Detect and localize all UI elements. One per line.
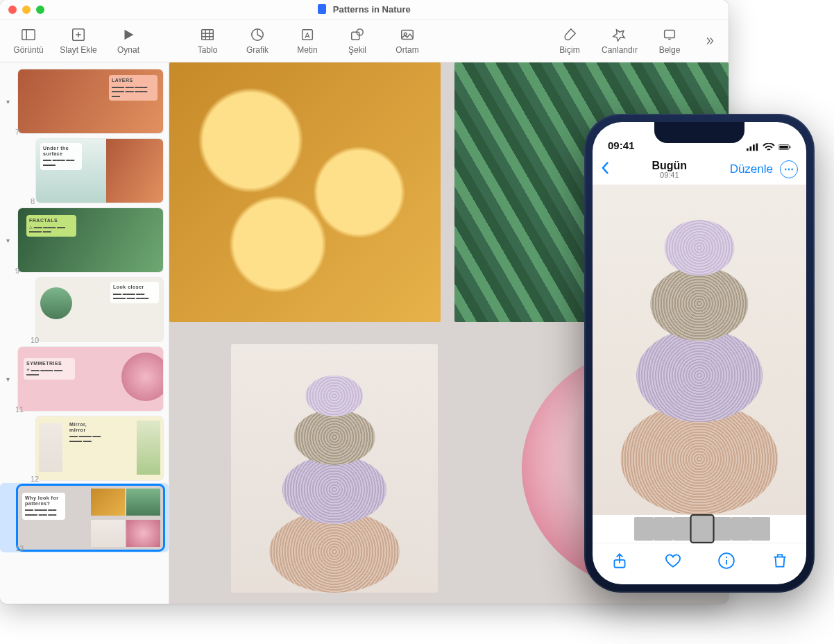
document-button[interactable]: Belge [651,27,688,55]
zoom-icon[interactable] [36,6,44,14]
slide-thumb-9[interactable]: ▾ FRACTALS△ ▬▬ ▬▬▬ ▬▬ ▬▬▬ ▬▬ 9 [0,205,169,275]
overflow-button[interactable] [701,35,719,47]
thumbnail: Under the surface▬▬ ▬▬▬ ▬▬ ▬▬▬ [36,139,163,203]
slide-thumb-8[interactable]: Under the surface▬▬ ▬▬▬ ▬▬ ▬▬▬ 8 [0,136,169,205]
image-honeycomb[interactable] [169,62,441,322]
document-label: Belge [659,45,681,55]
text-icon: A [300,27,315,42]
disclosure-icon[interactable]: ▾ [3,375,12,383]
add-slide-button[interactable]: Slayt Ekle [60,27,97,55]
window-title: Patterns in Nature [0,4,729,15]
chart-button[interactable]: Grafik [239,27,276,55]
window-title-text: Patterns in Nature [333,4,411,15]
filmstrip-thumb[interactable] [731,517,751,541]
svg-marker-5 [125,29,134,40]
slide-thumb-13[interactable]: ▾ Why look for patterns?▬▬ ▬▬▬ ▬▬ ▬▬▬ ▬▬… [0,483,169,552]
wifi-icon [763,143,775,151]
svg-rect-0 [22,29,35,40]
filmstrip-thumb[interactable] [654,517,673,541]
favorite-button[interactable] [664,552,682,573]
chevrons-right-icon [704,35,716,47]
slide-thumb-10[interactable]: Look closer▬▬ ▬▬▬ ▬▬ ▬▬▬ ▬▬ ▬▬▬ 10 [0,275,169,344]
close-icon[interactable] [8,6,17,14]
thumb-title: LAYERS [112,78,155,83]
thumbnail: LAYERS▬▬▬ ▬▬ ▬▬▬ ▬▬▬ ▬▬ ▬▬▬ ▬▬ [18,69,163,133]
media-button[interactable]: Ortam [389,27,426,55]
filmstrip-thumb[interactable] [634,517,654,541]
titlebar: Patterns in Nature [0,0,729,19]
photo-viewer[interactable] [593,185,806,515]
info-button[interactable] [717,552,735,573]
thumb-title: Look closer [113,285,156,290]
chevron-left-icon [601,161,609,175]
animate-label: Canlandır [602,45,638,55]
photos-toolbar [593,543,806,580]
play-label: Oynat [117,45,139,55]
play-icon [121,27,136,42]
format-label: Biçim [559,45,579,55]
traffic-lights [8,6,44,14]
svg-rect-18 [665,30,675,37]
slide-number: 7 [15,128,19,136]
shape-label: Şekil [348,45,366,55]
slide-thumb-11[interactable]: ▾ SYMMETRIES✳ ▬▬ ▬▬▬ ▬▬ ▬▬▬ 11 [0,344,169,414]
share-icon [611,552,629,570]
info-icon [717,552,735,570]
shape-icon [350,27,365,42]
svg-rect-22 [753,144,755,151]
document-icon [318,4,326,14]
shape-button[interactable]: Şekil [339,27,376,55]
back-button[interactable] [601,161,609,178]
toolbar: Görüntü Slayt Ekle Oynat Tablo Grafik A … [0,19,729,62]
thumbnail: Look closer▬▬ ▬▬▬ ▬▬ ▬▬▬ ▬▬ ▬▬▬ [36,278,163,341]
image-urchins[interactable] [231,344,438,593]
thumb-title: Mirror, mirror [69,422,104,432]
table-button[interactable]: Tablo [189,27,226,55]
svg-point-30 [725,557,726,558]
disclosure-icon[interactable]: ▾ [3,98,12,105]
media-label: Ortam [395,45,418,55]
photo-filmstrip[interactable] [593,515,806,543]
plus-square-icon [71,27,86,42]
iphone-device: 09:41 Bugün 09:41 Düzenle ⋯ [584,114,815,593]
thumbnail: FRACTALS△ ▬▬ ▬▬▬ ▬▬ ▬▬▬ ▬▬ [18,208,163,272]
edit-button[interactable]: Düzenle [730,162,773,176]
minimize-icon[interactable] [22,6,31,14]
slide-number: 9 [15,266,19,275]
filmstrip-thumb[interactable] [751,517,770,541]
thumb-title: SYMMETRIES [26,361,72,366]
svg-rect-20 [747,149,749,151]
format-button[interactable]: Biçim [551,27,588,55]
slide-thumb-7[interactable]: ▾ LAYERS▬▬▬ ▬▬ ▬▬▬ ▬▬▬ ▬▬ ▬▬▬ ▬▬ 7 [0,67,169,136]
filmstrip-thumb-selected[interactable] [692,516,713,541]
photos-nav: Bugün 09:41 Düzenle ⋯ [593,154,806,185]
filmstrip-thumb[interactable] [673,517,692,541]
thumbnail: SYMMETRIES✳ ▬▬ ▬▬▬ ▬▬ ▬▬▬ [18,347,163,411]
sidebar-icon [21,27,36,42]
svg-rect-6 [202,29,214,40]
add-slide-label: Slayt Ekle [60,45,96,55]
slide-number: 10 [31,336,39,344]
chart-label: Grafik [246,45,269,55]
delete-button[interactable] [771,552,789,573]
disclosure-icon[interactable]: ▾ [3,237,12,244]
view-button[interactable]: Görüntü [10,27,47,55]
slide-thumb-12[interactable]: Mirror, mirror▬▬ ▬▬▬ ▬▬ ▬▬▬ ▬▬ 12 [0,414,169,483]
iphone-screen: 09:41 Bugün 09:41 Düzenle ⋯ [593,122,806,584]
thumb-title: Why look for patterns? [25,495,62,506]
svg-rect-21 [750,146,752,151]
filmstrip-thumb[interactable] [712,517,731,541]
play-button[interactable]: Oynat [110,27,147,55]
status-time: 09:41 [608,139,634,151]
document-button-icon [662,27,677,42]
text-button[interactable]: A Metin [289,27,326,55]
text-label: Metin [297,45,317,55]
more-button[interactable]: ⋯ [780,160,798,178]
slide-navigator[interactable]: ▾ LAYERS▬▬▬ ▬▬ ▬▬▬ ▬▬▬ ▬▬ ▬▬▬ ▬▬ 7 Under… [0,62,169,604]
trash-icon [771,552,789,570]
animate-button[interactable]: Canlandır [601,27,638,55]
heart-icon [664,552,682,570]
share-button[interactable] [611,552,629,573]
svg-text:A: A [305,31,310,39]
thumbnail: Mirror, mirror▬▬ ▬▬▬ ▬▬ ▬▬▬ ▬▬ [36,416,163,480]
